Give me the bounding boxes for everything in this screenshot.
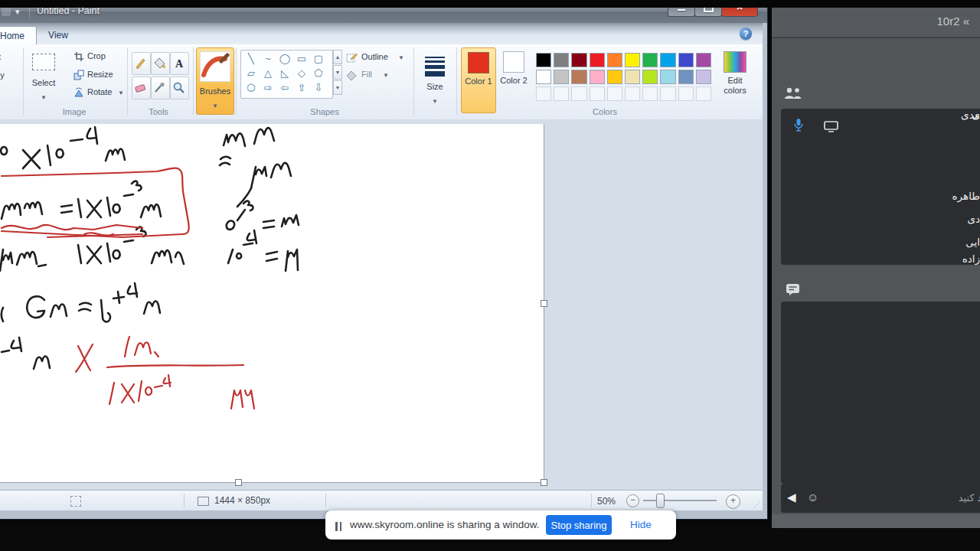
palette-swatch[interactable]: [625, 53, 640, 67]
shape-option-5[interactable]: ▱: [243, 66, 260, 80]
color2-button[interactable]: Color 2: [498, 47, 530, 112]
brushes-label: Brushes: [200, 86, 230, 96]
shape-option-1[interactable]: ~: [260, 51, 276, 66]
shape-option-3[interactable]: ▭: [293, 51, 310, 66]
palette-empty-swatch[interactable]: [678, 86, 694, 101]
shape-option-11[interactable]: ⇨: [260, 80, 276, 95]
shape-option-9[interactable]: ⬠: [310, 66, 327, 80]
palette-swatch[interactable]: [607, 53, 622, 67]
zoom-slider-thumb[interactable]: [656, 494, 665, 508]
palette-empty-swatch[interactable]: [642, 86, 658, 101]
canvas-resize-handle-corner[interactable]: [541, 479, 547, 486]
palette-swatch[interactable]: [571, 70, 586, 84]
statusbar-divider: [184, 494, 185, 507]
shape-option-10[interactable]: ⬡: [243, 80, 260, 95]
select-button[interactable]: Select ▼: [28, 51, 60, 101]
handwriting-stroke: [2, 168, 189, 237]
palette-empty-swatch[interactable]: [625, 86, 640, 101]
palette-empty-swatch[interactable]: [571, 86, 586, 101]
participant-row[interactable]: مدی: [781, 109, 980, 124]
participant-row[interactable]: زاده: [781, 253, 980, 265]
size-button[interactable]: Size ▼: [418, 50, 452, 100]
zoom-in-button[interactable]: +: [726, 494, 740, 509]
palette-swatch[interactable]: [696, 70, 711, 84]
shape-option-8[interactable]: ◇: [293, 66, 310, 80]
chat-input-bar[interactable]: ◀ ☺ د کنید: [781, 484, 980, 513]
stop-sharing-button[interactable]: Stop sharing: [546, 515, 612, 535]
palette-swatch[interactable]: [590, 70, 605, 84]
sidebar-bottom-strip: [772, 514, 980, 528]
shape-option-4[interactable]: ▢: [310, 51, 327, 66]
eraser-tool-button[interactable]: [132, 77, 151, 99]
fill-icon: [346, 70, 358, 81]
shape-option-14[interactable]: ⇩: [310, 80, 327, 95]
help-icon[interactable]: ?: [740, 28, 752, 40]
palette-swatch[interactable]: [625, 70, 640, 84]
participant-row[interactable]: ایی: [781, 236, 980, 251]
palette-empty-swatch[interactable]: [536, 86, 551, 101]
emoji-icon[interactable]: ☺: [807, 491, 818, 504]
shape-option-2[interactable]: ◯: [276, 51, 293, 66]
palette-empty-swatch[interactable]: [660, 86, 675, 101]
palette-empty-swatch[interactable]: [696, 86, 711, 101]
handwriting-stroke: [144, 301, 160, 314]
drawing-canvas[interactable]: [0, 124, 544, 483]
palette-swatch[interactable]: [554, 70, 569, 84]
handwriting-stroke: [101, 300, 110, 321]
cut-button[interactable]: Cut: [0, 52, 1, 61]
outline-icon: [346, 52, 358, 64]
palette-swatch[interactable]: [642, 70, 658, 84]
brushes-button[interactable]: Brushes ▼: [196, 47, 234, 115]
shape-option-13[interactable]: ⇧: [293, 80, 310, 95]
pencil-tool-button[interactable]: [132, 52, 151, 75]
send-message-icon[interactable]: ◀: [787, 491, 796, 504]
pencil-icon: [134, 57, 147, 70]
shapes-scroll-up-button[interactable]: ▲: [333, 50, 342, 64]
palette-swatch[interactable]: [678, 53, 694, 67]
color-picker-tool-button[interactable]: [151, 77, 170, 99]
palette-swatch[interactable]: [590, 53, 605, 67]
palette-swatch[interactable]: [554, 53, 569, 67]
hide-toast-button[interactable]: Hide: [630, 519, 652, 530]
shapes-scroll-down-button[interactable]: ▼: [333, 65, 342, 80]
tab-home[interactable]: Home: [0, 26, 37, 45]
palette-empty-swatch[interactable]: [554, 86, 569, 101]
chat-icon[interactable]: [786, 283, 800, 296]
palette-swatch[interactable]: [536, 53, 551, 67]
resize-grip-icon[interactable]: ⋰: [753, 501, 760, 508]
copy-button[interactable]: Copy: [0, 70, 5, 80]
zoom-out-button[interactable]: −: [626, 494, 639, 507]
edit-colors-button[interactable]: Edit colors: [718, 50, 752, 103]
color1-button[interactable]: Color 1: [461, 47, 496, 113]
chat-input-placeholder: د کنید: [959, 492, 980, 504]
palette-swatch[interactable]: [571, 53, 586, 67]
magnifier-tool-button[interactable]: [170, 77, 189, 99]
palette-empty-swatch[interactable]: [590, 86, 605, 101]
shape-option-0[interactable]: ╲: [243, 51, 260, 66]
participants-icon[interactable]: [784, 87, 802, 99]
palette-swatch[interactable]: [607, 70, 622, 84]
shapes-more-button[interactable]: ▼: [333, 80, 342, 95]
palette-empty-swatch[interactable]: [607, 86, 622, 101]
fill-tool-button[interactable]: [151, 52, 170, 75]
palette-swatch[interactable]: [660, 70, 675, 84]
select-icon: [32, 54, 55, 70]
shape-option-6[interactable]: △: [260, 66, 276, 80]
palette-swatch[interactable]: [678, 70, 694, 84]
participant-row[interactable]: طاهره: [781, 190, 980, 205]
palette-swatch[interactable]: [642, 53, 658, 67]
zoom-slider-track[interactable]: [643, 500, 717, 501]
shape-option-12[interactable]: ⇦: [276, 80, 293, 95]
shape-option-7[interactable]: ◺: [276, 66, 293, 80]
participant-row[interactable]: دی: [781, 213, 980, 228]
text-tool-button[interactable]: A: [170, 52, 189, 75]
canvas-resize-handle-right[interactable]: [541, 300, 547, 307]
canvas-resize-handle-bottom[interactable]: [235, 479, 242, 486]
palette-swatch[interactable]: [660, 53, 675, 67]
handwriting-stroke: [17, 252, 46, 266]
tab-view[interactable]: View: [40, 26, 77, 44]
handwriting-stroke: [23, 150, 40, 168]
participant-name: زاده: [962, 253, 980, 265]
palette-swatch[interactable]: [696, 53, 711, 67]
palette-swatch[interactable]: [536, 70, 551, 84]
